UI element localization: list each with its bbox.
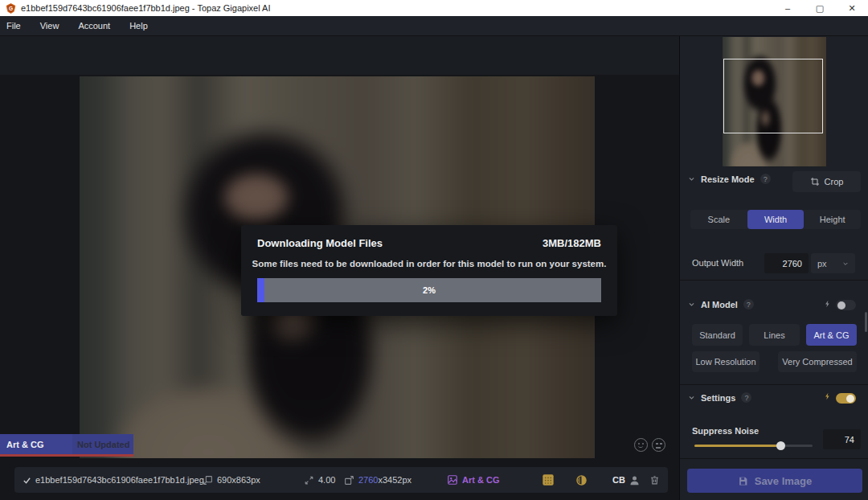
output-width-input[interactable]: 2760 [764,253,809,273]
output-width-highlight: 2760 [358,475,378,485]
resize-mode-title: Resize Mode [701,174,755,184]
resize-help-button[interactable]: ? [760,174,771,184]
settings-title: Settings [701,393,735,403]
preview-tabs: Art & CG Not Updated [0,434,133,454]
menu-view[interactable]: View [31,16,69,36]
grain-icon[interactable] [542,473,555,486]
ai-model-bolt-icon [824,299,832,309]
output-size-icon [344,475,354,486]
settings-help-button[interactable]: ? [741,392,751,403]
svg-text:G: G [9,5,13,10]
preview-tab-status: Not Updated [72,434,133,454]
ai-model-auto-toggle[interactable] [836,300,856,310]
suppress-noise-knob[interactable] [776,441,785,450]
preview-tab-underline [0,454,133,457]
mode-height-button[interactable]: Height [804,210,861,229]
unit-value: px [817,259,827,268]
menu-help[interactable]: Help [120,16,158,36]
check-icon [23,476,31,485]
top-toolbar: G Gigapixel AI v6.2.0 Original 29% [0,36,679,75]
contrast-split-icon[interactable] [575,474,588,486]
save-floppy-icon [738,476,748,486]
minimize-button[interactable]: – [772,0,804,16]
preview-tab-model[interactable]: Art & CG [0,434,72,454]
navigator-thumbnail [723,37,826,166]
window-title: e1bbef159d7643bc61906faee1f7bb1d.jpeg - … [21,3,271,13]
sidebar: Resize Mode ? Crop Scale Width Height Ou… [679,36,868,500]
download-model-dialog: Downloading Model Files 3MB/182MB Some f… [241,225,617,316]
unit-select[interactable]: px [811,253,855,273]
trash-icon[interactable] [649,474,660,486]
mode-scale-button[interactable]: Scale [690,210,747,229]
crop-button[interactable]: Crop [792,171,861,192]
suppress-noise-fill [694,445,780,447]
model-art-cg-button[interactable]: Art & CG [806,324,857,346]
resize-mode-segments: Scale Width Height [690,210,861,229]
status-model-label: Art & CG [462,475,499,485]
status-bar: e1bbef159d7643bc61906faee1f7bb1d.jpeg 69… [14,467,668,493]
mode-width-button[interactable]: Width [747,210,805,229]
scale-factor-icon [304,475,314,486]
account-person-icon[interactable] [628,474,641,486]
viewport-rectangle[interactable] [723,59,823,133]
output-size-rest: x3452px [378,475,411,485]
save-image-label: Save Image [755,475,813,487]
status-filename: e1bbef159d7643bc61906faee1f7bb1d.jpeg [35,475,204,485]
scale-factor-value: 4.00 [318,475,335,485]
ai-model-collapse-chevron-icon[interactable] [688,301,695,308]
model-very-compressed-button[interactable]: Very Compressed [778,351,857,372]
feedback-neutral-icon[interactable] [652,438,665,452]
feedback-happy-icon[interactable] [634,438,648,452]
input-size-icon [203,475,213,486]
menu-file[interactable]: File [0,16,31,36]
suppress-noise-value[interactable]: 74 [823,429,861,449]
sidebar-scrollbar[interactable] [865,312,867,332]
ai-model-title: AI Model [701,300,738,309]
account-initials: CB [612,475,625,485]
maximize-button[interactable]: ▢ [804,0,836,16]
close-button[interactable]: ✕ [836,0,868,16]
app-logo-icon: G [6,3,16,14]
unit-chevron-icon [842,260,849,267]
dialog-message: Some files need to be downloaded in orde… [241,259,617,268]
model-standard-button[interactable]: Standard [692,324,743,346]
suppress-noise-slider[interactable] [694,445,813,447]
settings-auto-toggle[interactable] [836,393,856,404]
model-low-resolution-button[interactable]: Low Resolution [692,351,760,372]
crop-label: Crop [825,177,844,186]
output-width-label: Output Width [692,258,743,268]
dialog-title: Downloading Model Files [257,237,383,249]
menubar: File View Account Help [0,16,868,36]
settings-collapse-chevron-icon[interactable] [688,394,695,401]
menu-account[interactable]: Account [68,16,120,36]
progress-percent-label: 2% [257,278,601,302]
resize-collapse-chevron-icon[interactable] [688,175,695,182]
settings-bolt-icon [824,391,832,401]
titlebar: G e1bbef159d7643bc61906faee1f7bb1d.jpeg … [0,0,868,16]
suppress-noise-label: Suppress Noise [692,426,759,436]
model-lines-button[interactable]: Lines [749,324,800,346]
gigapixel-app-window: G e1bbef159d7643bc61906faee1f7bb1d.jpeg … [0,0,868,500]
crop-icon [810,177,820,186]
input-size-value: 690x863px [217,475,260,485]
status-region: e1bbef159d7643bc61906faee1f7bb1d.jpeg 69… [0,458,679,500]
model-image-icon [447,474,458,486]
ai-model-help-button[interactable]: ? [743,299,754,309]
download-size: 3MB/182MB [542,237,601,249]
save-image-button[interactable]: Save Image [687,469,862,493]
download-progress-bar: 2% [257,278,601,302]
